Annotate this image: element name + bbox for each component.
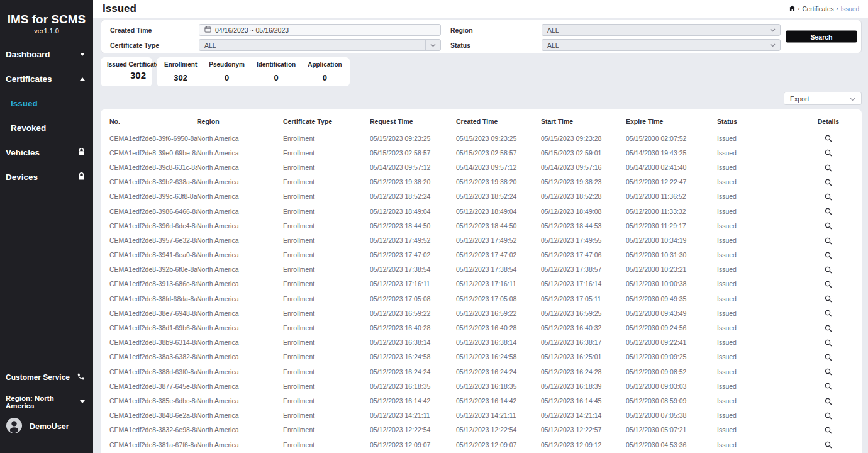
table-body: CEMA1edf2de8-39f6-6950-8a4e-… North Amer… (109, 131, 853, 452)
magnifier-icon[interactable] (825, 295, 832, 303)
cell-no: CEMA1edf2de8-38e7-6948-8a4e-… (109, 310, 197, 317)
lock-icon (78, 148, 85, 158)
certificate-type-value: ALL (204, 42, 216, 49)
cell-start-time: 05/12/2023 16:18:39 (541, 383, 626, 390)
cell-start-time: 05/12/2023 16:24:28 (541, 368, 626, 376)
magnifier-icon[interactable] (825, 179, 832, 186)
cell-no: CEMA1edf2de8-39b2-638a-8a4e-… (109, 178, 197, 186)
cell-certificate-type: Enrollment (283, 368, 370, 376)
cell-no: CEMA1edf2de8-392b-6f0e-8a4e-… (109, 266, 197, 273)
sidebar-item-label: Revoked (11, 123, 46, 133)
cell-certificate-type: Enrollment (283, 353, 370, 361)
magnifier-icon[interactable] (825, 208, 832, 215)
cell-start-time: 05/12/2023 19:38:23 (541, 178, 626, 186)
cell-start-time: 05/12/2023 18:49:08 (541, 208, 626, 215)
cell-certificate-type: Enrollment (283, 397, 370, 405)
magnifier-icon[interactable] (825, 441, 832, 449)
magnifier-icon[interactable] (825, 193, 832, 201)
cell-created-time: 05/12/2023 16:40:28 (456, 324, 541, 332)
magnifier-icon[interactable] (825, 281, 832, 288)
cell-certificate-type: Enrollment (283, 426, 370, 433)
cell-created-time: 05/12/2023 16:14:42 (456, 397, 541, 405)
cell-start-time: 05/15/2023 02:59:01 (541, 149, 626, 157)
cell-region: North America (197, 237, 283, 244)
cell-status: Issued (717, 149, 804, 157)
certificate-type-select[interactable]: ALL (199, 39, 441, 51)
certificate-breakdown-card: Enrollment 302 Pseudonym 0 Identificatio… (157, 57, 350, 86)
cell-region: North America (197, 295, 283, 303)
cell-start-time: 05/12/2023 17:49:55 (541, 237, 626, 244)
cell-request-time: 05/12/2023 12:09:07 (370, 441, 456, 449)
breadcrumb-certificates[interactable]: Certificates (803, 6, 834, 13)
magnifier-icon[interactable] (825, 310, 832, 317)
magnifier-icon[interactable] (825, 237, 832, 245)
chevron-down-icon (80, 400, 85, 403)
cell-region: North America (197, 193, 283, 200)
chevron-up-icon (80, 77, 85, 81)
cell-no: CEMA1edf2de8-3957-6e32-8a4e-… (109, 237, 197, 244)
cell-request-time: 05/12/2023 17:16:11 (370, 280, 456, 288)
cell-details (804, 163, 853, 171)
cell-expire-time: 05/12/2030 07:05:38 (626, 411, 717, 419)
cell-start-time: 05/12/2023 16:40:32 (541, 324, 626, 332)
search-button[interactable]: Search (786, 31, 857, 43)
customer-service-button[interactable]: Customer Service (0, 365, 93, 389)
table-row: CEMA1edf2de8-381a-67f6-8a4e-… North Amer… (109, 437, 853, 452)
magnifier-icon[interactable] (825, 252, 832, 259)
status-select[interactable]: ALL (542, 39, 781, 51)
magnifier-icon[interactable] (825, 266, 832, 274)
column-header: Expire Time (626, 118, 717, 125)
magnifier-icon[interactable] (825, 398, 832, 405)
cell-region: North America (197, 368, 283, 376)
cell-no: CEMA1edf2de8-3941-6ea0-8a4e-… (109, 251, 197, 259)
sidebar-item-devices[interactable]: Devices (0, 165, 93, 189)
sidebar-item-dashboard[interactable]: Dashboard (0, 42, 93, 67)
table-row: CEMA1edf2de8-39c8-631c-8a4e-… North Amer… (109, 160, 853, 174)
user-profile[interactable]: DemoUser (0, 414, 93, 439)
export-dropdown[interactable]: Export (784, 92, 862, 105)
cell-request-time: 05/12/2023 16:24:58 (370, 353, 456, 361)
sidebar-item-issued[interactable]: Issued (0, 91, 93, 116)
certificates-table: No.RegionCertificate TypeRequest TimeCre… (101, 109, 862, 453)
cell-details (804, 193, 853, 201)
cell-expire-time: 05/12/2030 10:00:38 (626, 280, 717, 288)
table-row: CEMA1edf2de8-3941-6ea0-8a4e-… North Amer… (109, 248, 853, 262)
magnifier-icon[interactable] (825, 325, 832, 332)
export-row: Export (101, 92, 862, 105)
magnifier-icon[interactable] (825, 149, 832, 157)
magnifier-icon[interactable] (825, 427, 832, 434)
cell-details (804, 411, 853, 420)
magnifier-icon[interactable] (825, 354, 832, 361)
sidebar-item-revoked[interactable]: Revoked (0, 116, 93, 140)
breadcrumb-issued[interactable]: Issued (841, 6, 859, 13)
table-row: CEMA1edf2de8-399c-63f8-8a4e-… North Amer… (109, 189, 853, 204)
cell-certificate-type: Enrollment (283, 324, 370, 332)
magnifier-icon[interactable] (825, 339, 832, 347)
cell-no: CEMA1edf2de8-39f6-6950-8a4e-… (109, 135, 197, 142)
export-label: Export (790, 95, 809, 103)
region-select[interactable]: ALL (542, 24, 781, 36)
column-header: Details (804, 118, 853, 125)
table-row: CEMA1edf2de8-388d-63f0-8a4e-… North Amer… (109, 364, 853, 379)
magnifier-icon[interactable] (825, 222, 832, 230)
magnifier-icon[interactable] (825, 383, 832, 390)
magnifier-icon[interactable] (825, 164, 832, 172)
cell-expire-time: 05/12/2030 09:03:03 (626, 383, 717, 390)
region-selector[interactable]: Region: North America (0, 389, 93, 414)
table-row: CEMA1edf2de8-39e0-69be-8a4e-… North Amer… (109, 145, 853, 160)
cell-status: Issued (717, 426, 804, 433)
cell-start-time: 05/12/2023 16:59:25 (541, 310, 626, 317)
sidebar-item-certificates[interactable]: Certificates (0, 67, 93, 91)
magnifier-icon[interactable] (825, 412, 832, 420)
created-time-input[interactable]: 04/16/2023 ~ 05/16/2023 (199, 24, 441, 36)
cell-created-time: 05/12/2023 16:18:35 (456, 383, 541, 390)
app-version: ver1.1.0 (0, 27, 93, 35)
region-label: Region: North America (6, 394, 80, 410)
sidebar-item-vehicles[interactable]: Vehicles (0, 140, 93, 165)
cell-details (804, 148, 853, 157)
magnifier-icon[interactable] (825, 135, 832, 142)
cell-region: North America (197, 149, 283, 157)
cell-request-time: 05/12/2023 14:21:11 (370, 411, 456, 419)
home-icon[interactable] (789, 5, 796, 13)
magnifier-icon[interactable] (825, 368, 832, 376)
